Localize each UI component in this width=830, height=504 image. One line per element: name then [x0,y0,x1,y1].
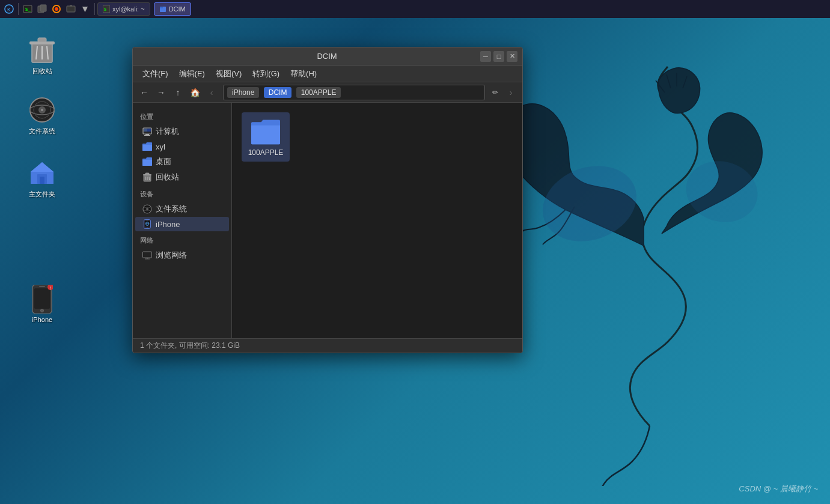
menu-file[interactable]: 文件(F) [138,67,173,81]
sidebar-item-network[interactable]: 浏览网络 [135,247,229,263]
desktop-icon-home[interactable]: 主文件夹 [18,156,66,201]
minimize-button[interactable]: ─ [480,51,491,62]
svg-line-46 [149,177,150,180]
svg-point-35 [679,153,764,230]
terminal-window-label: xyl@kali: ~ [112,5,145,13]
trash-sidebar-icon [142,172,152,182]
sidebar-item-desktop[interactable]: 桌面 [135,154,229,169]
kali-dragon-watermark [469,65,830,486]
breadcrumb-iphone[interactable]: iPhone [227,87,259,98]
filesystem-icon [28,96,56,124]
svg-point-30 [41,309,44,312]
close-button[interactable]: ✕ [507,51,517,62]
sidebar-computer-label: 计算机 [156,126,179,137]
svg-rect-9 [70,5,72,7]
window-controls: ─ □ ✕ [480,51,517,62]
svg-rect-54 [146,220,148,220]
home-folder-icon [28,159,56,187]
home-button[interactable]: 🏠 [187,85,203,100]
filesystem-label: 文件系统 [29,127,55,136]
svg-rect-39 [144,129,147,132]
svg-line-44 [145,177,146,180]
dropdown-icon[interactable]: ⯆ [79,2,92,16]
sidebar-iphone-label: iPhone [156,220,180,229]
svg-point-53 [147,227,148,228]
sidebar-item-xyl[interactable]: xyl [135,139,229,154]
menubar: 文件(F) 编辑(E) 视图(V) 转到(G) 帮助(H) [133,65,522,82]
folder-xyl-icon [142,142,152,151]
path-edit-button[interactable]: ✏ [489,86,502,99]
svg-rect-5 [40,5,46,11]
svg-text:⯆: ⯆ [82,5,88,13]
svg-rect-29 [34,288,50,309]
sidebar-network-label: 浏览网络 [156,250,187,261]
desktop-icon-trash[interactable]: 回收站 [18,33,66,78]
window-titlebar: DCIM ─ □ ✕ [133,47,522,65]
breadcrumb-dcim[interactable]: DCIM [264,87,292,98]
files-icon[interactable] [35,2,49,16]
iphone-label: iPhone [32,316,52,323]
svg-rect-14 [160,7,163,8]
browser-icon[interactable] [50,2,63,16]
watermark-text: CSDN @ ~ 晨曦静竹 ~ [739,484,818,493]
dcim-window-btn[interactable]: DCIM [154,2,191,16]
trash-icon [28,35,56,64]
svg-rect-17 [38,38,46,42]
iphone-sidebar-icon [142,219,152,229]
svg-rect-37 [145,134,149,135]
file-100apple-label: 100APPLE [248,148,284,157]
maximize-button[interactable]: □ [493,51,504,62]
svg-point-49 [147,208,148,210]
network-icon [142,250,152,260]
iphone-desktop-icon: ! [28,285,56,314]
menu-goto[interactable]: 转到(G) [248,67,284,81]
sidebar-item-filesystem[interactable]: 文件系统 [135,201,229,217]
sidebar-xyl-label: xyl [156,142,165,151]
svg-rect-8 [67,6,75,12]
svg-rect-31 [39,286,45,287]
menu-view[interactable]: 视图(V) [211,67,246,81]
svg-rect-40 [147,129,151,132]
screenshot-icon[interactable] [64,2,78,16]
file-manager-main: 位置 计算机 [133,103,522,338]
sidebar-section-location: 位置 [133,110,231,124]
dcim-window-label: DCIM [169,5,186,13]
sidebar-item-trash[interactable]: 回收站 [135,169,229,185]
window-title: DCIM [174,52,480,61]
forward-button[interactable]: → [153,85,169,100]
taskbar: K $_ ⯆ $ xyl@ka [0,0,830,18]
taskbar-divider-1 [18,3,19,15]
sidebar-item-computer[interactable]: 计算机 [135,124,229,139]
file-manager-window: DCIM ─ □ ✕ 文件(F) 编辑(E) 视图(V) 转到(G) 帮助(H)… [132,47,523,353]
up-button[interactable]: ↑ [170,85,186,100]
back-button[interactable]: ← [136,85,152,100]
path-next-btn[interactable]: › [503,85,519,100]
file-content-area: 100APPLE [232,103,522,338]
file-item-100apple[interactable]: 100APPLE [242,112,290,162]
home-label: 主文件夹 [29,190,55,199]
path-bar: iPhone DCIM 100APPLE [223,85,485,100]
statusbar: 1 个文件夹, 可用空间: 23.1 GiB [133,338,522,353]
kali-menu-icon[interactable]: K [2,2,16,16]
svg-text:!: ! [50,286,51,290]
folder-desktop-icon [142,157,152,166]
svg-point-7 [55,7,58,11]
svg-rect-27 [40,177,44,184]
terminal-window-btn[interactable]: $ xyl@kali: ~ [97,2,150,16]
breadcrumb-100apple[interactable]: 100APPLE [296,87,341,98]
desktop-icon-filesystem[interactable]: 文件系统 [18,93,66,138]
menu-edit[interactable]: 编辑(E) [174,67,210,81]
path-prev-btn[interactable]: ‹ [204,85,219,100]
svg-point-23 [41,109,43,111]
taskbar-divider-2 [94,3,95,15]
path-sep-2 [291,88,296,97]
sidebar-filesystem-label: 文件系统 [156,204,187,214]
trash-label: 回收站 [32,67,52,76]
csdn-watermark: CSDN @ ~ 晨曦静竹 ~ [739,484,818,494]
terminal-icon[interactable]: $_ [21,2,34,16]
sidebar-section-network: 网络 [133,234,231,247]
menu-help[interactable]: 帮助(H) [285,67,322,81]
svg-rect-43 [145,173,149,175]
desktop-icon-iphone[interactable]: ! iPhone [18,282,66,326]
sidebar-item-iphone[interactable]: iPhone [135,217,229,231]
